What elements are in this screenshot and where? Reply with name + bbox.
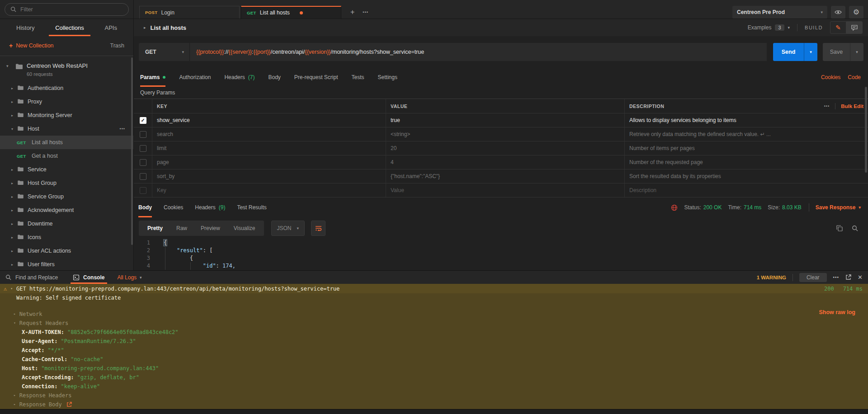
cookies-link[interactable]: Cookies <box>821 74 840 80</box>
response-body-viewer[interactable]: 1 { 2 "result": [ 3 { 4 "id": 174, <box>134 236 868 270</box>
console-network-node[interactable]: ▸ Network <box>0 310 868 319</box>
ssl-error-globe-icon[interactable] <box>671 204 678 211</box>
save-options-button[interactable]: ▾ <box>850 43 863 61</box>
sidebar-folder-host[interactable]: ▾ Host ••• <box>0 122 133 136</box>
sidebar-folder-user-filters[interactable]: ▸ User filters <box>0 258 133 270</box>
tab-options-icon[interactable]: ••• <box>363 10 368 14</box>
view-pretty[interactable]: Pretty <box>141 225 170 231</box>
chevron-right-icon[interactable]: ▸ <box>144 25 146 30</box>
code-link[interactable]: Code <box>848 74 861 80</box>
filter-input[interactable] <box>20 6 123 13</box>
sidebar-folder-proxy[interactable]: ▸ Proxy <box>0 95 133 108</box>
method-dropdown[interactable]: GET ▾ <box>139 43 190 61</box>
copy-icon[interactable] <box>836 225 843 231</box>
response-tab-test-results[interactable]: Test Results <box>237 198 266 217</box>
collection-header[interactable]: ▾ Centreon Web RestAPI 60 requests <box>0 56 133 81</box>
environment-quick-look-button[interactable] <box>831 6 845 19</box>
new-tab-button[interactable]: + <box>350 8 354 16</box>
tab-pre-request-script[interactable]: Pre-request Script <box>294 68 338 87</box>
sidebar-folder-service-group[interactable]: ▸ Service Group <box>0 190 133 203</box>
chevron-down-icon[interactable]: ▾ <box>10 287 13 291</box>
chevron-down-icon[interactable]: ▾ <box>6 64 12 68</box>
external-link-icon[interactable] <box>66 402 72 407</box>
console-tab[interactable]: Console <box>71 271 107 284</box>
bulk-edit-link[interactable]: Bulk Edit <box>841 104 863 109</box>
wrap-lines-button[interactable] <box>311 221 326 236</box>
param-key[interactable]: show_service <box>152 113 386 127</box>
response-tab-headers[interactable]: Headers(9) <box>195 198 225 217</box>
param-description[interactable]: Number of items per pages <box>625 141 868 155</box>
sidebar-folder-host-group[interactable]: ▸ Host Group <box>0 176 133 190</box>
param-description[interactable]: Number of the requested page <box>625 155 868 169</box>
param-description[interactable]: Sort the resulted data by its properties <box>625 169 868 183</box>
view-visualize[interactable]: Visualize <box>227 225 262 231</box>
search-icon[interactable] <box>852 225 858 231</box>
comments-button[interactable] <box>846 21 863 34</box>
all-logs-dropdown[interactable]: All Logs ▾ <box>117 274 142 281</box>
sidebar-scrollbar[interactable] <box>131 57 133 245</box>
console-log-area[interactable]: ⚠ ▾ GET https://monitoring-preprod.compa… <box>0 284 868 409</box>
param-key[interactable]: page <box>152 155 386 169</box>
tab-params[interactable]: Params <box>140 68 165 87</box>
chevron-down-icon[interactable]: ▾ <box>788 25 790 30</box>
checkbox-unchecked[interactable] <box>140 173 146 180</box>
save-response-button[interactable]: Save Response▾ <box>816 204 861 211</box>
format-dropdown[interactable]: JSON ▾ <box>271 221 305 236</box>
request-tab-login[interactable]: POST Login <box>139 6 240 19</box>
console-options-icon[interactable]: ••• <box>833 275 840 280</box>
more-options-icon[interactable]: ••• <box>120 127 125 131</box>
sidebar-folder-downtime[interactable]: ▸ Downtime <box>0 217 133 231</box>
param-value[interactable]: {"host.name":"ASC"} <box>386 169 625 183</box>
tab-settings[interactable]: Settings <box>378 68 397 87</box>
sidebar-tab-collections[interactable]: Collections <box>49 24 90 36</box>
sidebar-folder-authentication[interactable]: ▸ Authentication <box>0 81 133 95</box>
open-in-new-window-icon[interactable] <box>845 274 851 280</box>
checkbox-unchecked[interactable] <box>140 131 146 138</box>
request-tab-list-all-hosts[interactable]: GET List all hosts <box>241 6 341 19</box>
checkbox-checked[interactable]: ✓ <box>140 117 146 124</box>
param-description-placeholder[interactable]: Description <box>625 183 868 197</box>
sidebar-folder-monitoring-server[interactable]: ▸ Monitoring Server <box>0 108 133 122</box>
sidebar-tab-history[interactable]: History <box>10 24 41 36</box>
param-value[interactable]: <string> <box>386 127 625 141</box>
tab-headers[interactable]: Headers(7) <box>224 68 255 87</box>
response-tab-body[interactable]: Body <box>138 198 152 217</box>
show-raw-log-link[interactable]: Show raw log <box>819 309 855 315</box>
main-scrollbar[interactable] <box>865 87 867 173</box>
settings-button[interactable]: ⚙ <box>849 6 863 19</box>
console-request-row[interactable]: ⚠ ▾ GET https://monitoring-preprod.compa… <box>0 284 868 293</box>
param-key-placeholder[interactable]: Key <box>152 183 386 197</box>
new-collection-button[interactable]: +New Collection <box>9 42 54 49</box>
tab-body[interactable]: Body <box>268 68 280 87</box>
trash-button[interactable]: Trash <box>110 42 125 49</box>
params-more-options-icon[interactable]: ••• <box>824 104 830 108</box>
send-button[interactable]: Send <box>773 43 804 61</box>
warning-count[interactable]: 1 WARNING <box>757 275 786 280</box>
examples-label[interactable]: Examples <box>748 24 772 31</box>
param-value[interactable]: 4 <box>386 155 625 169</box>
sidebar-folder-user-acl-actions[interactable]: ▸ User ACL actions <box>0 244 133 258</box>
param-key[interactable]: search <box>152 127 386 141</box>
send-options-button[interactable]: ▾ <box>804 43 817 61</box>
clear-console-button[interactable]: Clear <box>799 273 827 282</box>
sidebar-folder-icons[interactable]: ▸ Icons <box>0 231 133 244</box>
checkbox-unchecked[interactable] <box>140 145 146 152</box>
response-tab-cookies[interactable]: Cookies <box>164 198 183 217</box>
tab-tests[interactable]: Tests <box>352 68 364 87</box>
param-value[interactable]: 20 <box>386 141 625 155</box>
sidebar-folder-acknowledgement[interactable]: ▸ Acknowledgement <box>0 203 133 217</box>
param-key[interactable]: limit <box>152 141 386 155</box>
console-response-body-node[interactable]: ▸ Response Body <box>0 400 868 409</box>
sidebar-request-get-a-host[interactable]: GET Get a host <box>0 149 133 163</box>
param-value[interactable]: true <box>386 113 625 127</box>
view-raw[interactable]: Raw <box>170 225 194 231</box>
edit-mode-button[interactable]: ✎ <box>830 21 846 34</box>
sidebar-tab-apis[interactable]: APIs <box>99 24 123 36</box>
close-console-icon[interactable]: ✕ <box>858 274 863 281</box>
param-key[interactable]: sort_by <box>152 169 386 183</box>
url-input[interactable]: {{protocol}}://{{server}}:{{port}}/centr… <box>190 43 767 61</box>
view-preview[interactable]: Preview <box>194 225 227 231</box>
param-value-placeholder[interactable]: Value <box>386 183 625 197</box>
save-button[interactable]: Save <box>823 43 850 61</box>
param-description[interactable]: Retrieve only data matching the defined … <box>625 127 868 141</box>
